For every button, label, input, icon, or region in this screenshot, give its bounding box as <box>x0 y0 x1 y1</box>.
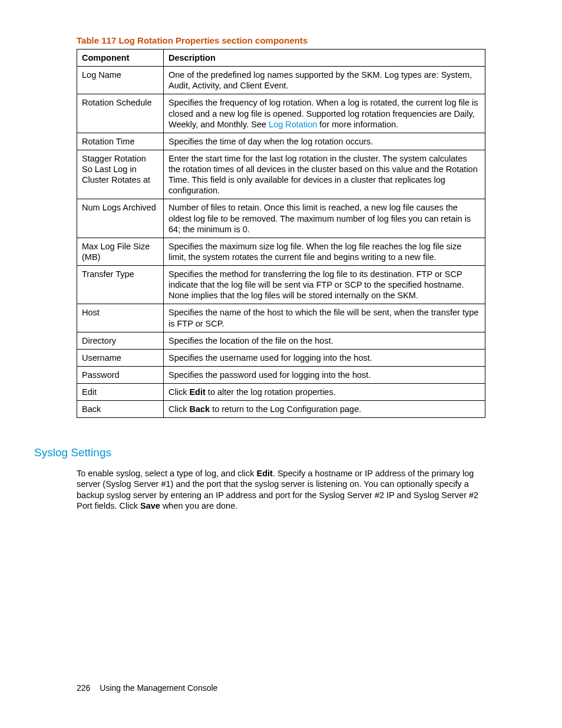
component-cell: Username <box>77 349 164 366</box>
table-row: Num Logs Archived Number of files to ret… <box>77 199 485 238</box>
component-cell: Back <box>77 401 164 418</box>
component-cell: Password <box>77 366 164 383</box>
table-row: Host Specifies the name of the host to w… <box>77 304 485 332</box>
component-cell: Host <box>77 304 164 332</box>
component-cell: Log Name <box>77 67 164 94</box>
component-cell: Transfer Type <box>77 266 164 304</box>
footer-title: Using the Management Console <box>100 683 217 693</box>
description-cell: Click Edit to alter the log rotation pro… <box>164 384 485 401</box>
syslog-settings-heading: Syslog Settings <box>34 446 485 459</box>
table-row: Log Name One of the predefined log names… <box>77 67 485 94</box>
table-row: Username Specifies the username used for… <box>77 349 485 366</box>
description-cell: Specifies the time of day when the log r… <box>164 133 485 150</box>
component-cell: Directory <box>77 332 164 349</box>
description-cell: Specifies the location of the file on th… <box>164 332 485 349</box>
log-rotation-link[interactable]: Log Rotation <box>269 120 317 129</box>
description-cell: Enter the start time for the last log ro… <box>164 150 485 199</box>
log-rotation-properties-table: Component Description Log Name One of th… <box>77 49 485 418</box>
component-cell: Num Logs Archived <box>77 199 164 238</box>
description-cell: Specifies the frequency of log rotation.… <box>164 94 485 133</box>
description-cell: Specifies the maximum size log file. Whe… <box>164 238 485 265</box>
page-footer: 226Using the Management Console <box>77 683 217 693</box>
description-cell: Specifies the password used for logging … <box>164 366 485 383</box>
description-cell: Specifies the username used for logging … <box>164 349 485 366</box>
table-header-description: Description <box>164 50 485 67</box>
table-row: Directory Specifies the location of the … <box>77 332 485 349</box>
description-cell: One of the predefined log names supporte… <box>164 67 485 94</box>
syslog-settings-paragraph: To enable syslog, select a type of log, … <box>77 468 485 512</box>
description-cell: Specifies the name of the host to which … <box>164 304 485 332</box>
description-cell: Number of files to retain. Once this lim… <box>164 199 485 238</box>
table-row: Stagger Rotation So Last Log in Cluster … <box>77 150 485 199</box>
table-row: Transfer Type Specifies the method for t… <box>77 266 485 304</box>
component-cell: Rotation Schedule <box>77 94 164 133</box>
table-row: Password Specifies the password used for… <box>77 366 485 383</box>
component-cell: Stagger Rotation So Last Log in Cluster … <box>77 150 164 199</box>
component-cell: Max Log File Size (MB) <box>77 238 164 265</box>
table-row: Max Log File Size (MB) Specifies the max… <box>77 238 485 265</box>
description-cell: Specifies the method for transferring th… <box>164 266 485 304</box>
page-number: 226 <box>77 683 90 693</box>
table-header-component: Component <box>77 50 164 67</box>
table-row: Edit Click Edit to alter the log rotatio… <box>77 384 485 401</box>
component-cell: Rotation Time <box>77 133 164 150</box>
table-row: Rotation Schedule Specifies the frequenc… <box>77 94 485 133</box>
table-row: Rotation Time Specifies the time of day … <box>77 133 485 150</box>
table-caption: Table 117 Log Rotation Properties sectio… <box>77 35 485 45</box>
component-cell: Edit <box>77 384 164 401</box>
description-cell: Click Back to return to the Log Configur… <box>164 401 485 418</box>
table-row: Back Click Back to return to the Log Con… <box>77 401 485 418</box>
